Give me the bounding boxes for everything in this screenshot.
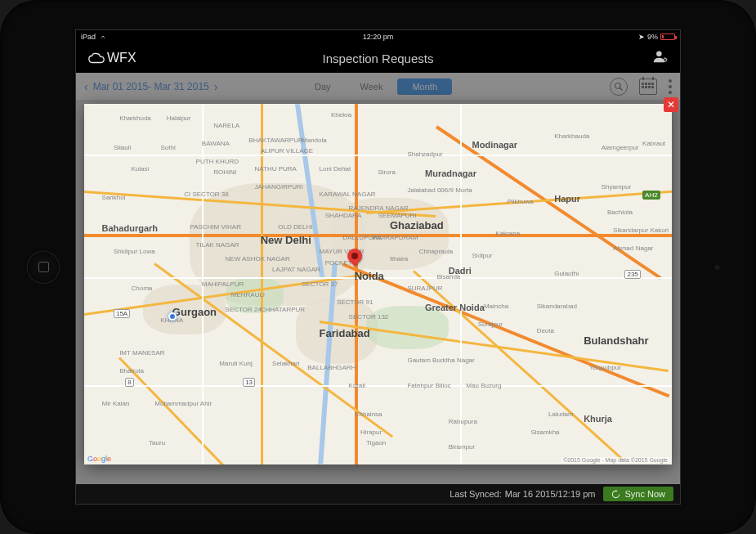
map-town-label: Tigaon (366, 439, 386, 446)
map-town-label: CI SECTOR 38 (184, 191, 229, 198)
refresh-icon (611, 490, 620, 499)
map-town-label: NARELA (213, 122, 239, 129)
map-town-label: Sisamkha (530, 429, 559, 436)
ipad-home-button[interactable] (28, 252, 59, 283)
map-town-label: SURAJPUR (407, 285, 442, 292)
map-town-label: BHAKTAWARPUR (248, 137, 302, 144)
last-synced-value: Mar 16 2015/12:19 pm (505, 489, 596, 499)
map-town-label: Selakhari (272, 360, 299, 367)
map-town-label: BALLABHGARH (307, 364, 356, 371)
map-city-label: Faridabad (320, 327, 370, 339)
map-town-label: Choma (132, 285, 153, 292)
map-town-label: Bachlota (607, 209, 633, 216)
cloud-icon (87, 52, 105, 65)
map-city-label: New Delhi (261, 234, 311, 246)
screen: iPad 12:20 pm ➤ 9% WFX Inspection Reques… (75, 29, 681, 505)
map-town-label: Kharkhoda (119, 114, 151, 122)
map-town-label: Shyampur (602, 183, 631, 191)
ipad-frame: iPad 12:20 pm ➤ 9% WFX Inspection Reques… (0, 0, 756, 534)
map-town-label: Kulasi (132, 165, 150, 173)
map-town-label: Mohammadpur Ahir (154, 400, 212, 407)
map-town-label: NEW ASHOK NAGAR (226, 255, 290, 263)
map-town-label: Yaqoobpur (589, 364, 621, 371)
map-town-label: Kakrana (495, 230, 520, 237)
map-town-label: Kharkhauda (554, 132, 589, 140)
map-town-label: CHHATARPUR (261, 306, 305, 313)
map-town-label: SECTOR 37 (302, 280, 338, 288)
map-town-label: Tauru (149, 439, 165, 446)
map-town-label: Bisahda (436, 273, 460, 280)
map-town-label: Gulaothi (554, 270, 579, 277)
map-canvas[interactable]: New DelhiGhaziabadNoidaFaridabadGurgaonB… (84, 104, 672, 464)
map-town-label: Sirora (378, 168, 396, 176)
user-settings-button[interactable] (652, 49, 669, 67)
map-town-label: Fatehpur Billoc (407, 382, 450, 389)
map-city-label: Hapur (554, 194, 580, 204)
map-town-label: NATHU PURA (255, 165, 297, 173)
sync-now-button[interactable]: Sync Now (603, 487, 673, 501)
app-footer: Last Synced: Mar 16 2015/12:19 pm Sync N… (76, 484, 680, 504)
map-town-label: Mandola (302, 137, 327, 144)
map-city-label: Muradnagar (425, 168, 476, 178)
map-town-label: Alamgeerpur (602, 144, 639, 151)
map-town-label: INDIRAPURAM (372, 234, 418, 241)
map-town-label: Maincha (484, 303, 508, 310)
route-shield: 8 (125, 378, 133, 387)
current-location-dot (168, 312, 177, 321)
map-town-label: SECTOR 24 (226, 306, 262, 313)
status-time: 12:20 pm (363, 33, 394, 41)
ios-status-bar: iPad 12:20 pm ➤ 9% (76, 30, 680, 43)
map-town-label: SECTOR 91 (337, 298, 373, 306)
map-town-label: PUTH KHURD (196, 158, 239, 165)
map-town-label: Deota (537, 327, 554, 334)
map-town-label: Halalpur (167, 114, 191, 122)
app-header: WFX Inspection Requests (76, 43, 680, 73)
svg-point-0 (656, 51, 662, 56)
map-town-label: IMT MANESAR (119, 349, 164, 357)
map-city-label: Ghaziabad (390, 219, 444, 231)
map-town-label: KARAWAL NAGAR (320, 191, 376, 198)
sync-now-label: Sync Now (624, 489, 665, 499)
battery-percent: 9% (647, 33, 658, 41)
map-town-label: Hirapur (360, 429, 382, 436)
close-button[interactable]: ✕ (664, 97, 678, 112)
route-shield: 15A (114, 309, 130, 318)
map-town-label: SEEMAPURI (378, 212, 417, 219)
map-town-label: TILAK NAGAR (196, 241, 239, 249)
location-icon: ➤ (638, 33, 645, 41)
map-town-label: Maruti Kunj (219, 360, 252, 367)
map-modal: ✕ (84, 104, 672, 464)
map-town-label: Pilkhuwa (508, 198, 534, 205)
map-attribution: ©2015 Google - Map data ©2015 Google (561, 457, 669, 463)
map-city-label: Greater Noida (425, 303, 485, 312)
map-town-label: Khekra (331, 111, 351, 119)
map-pin-icon[interactable] (347, 249, 362, 270)
route-shield: AH2 (642, 191, 660, 200)
ipad-camera (714, 264, 720, 270)
map-town-label: Kabraut (642, 140, 665, 147)
wifi-icon (99, 34, 107, 40)
map-town-label: Mau Buzurg (466, 382, 501, 389)
map-town-label: Birampur (449, 443, 475, 451)
map-town-label: OLD DELHI (278, 223, 312, 231)
route-shield: 13 (243, 378, 255, 387)
map-town-label: Laludam (548, 411, 574, 418)
page-title: Inspection Requests (323, 52, 434, 65)
map-town-label: Ahmad Nagar (613, 245, 653, 252)
map-town-label: Jalalabad 006/9 Morta (407, 186, 472, 194)
last-synced-label: Last Synced: (450, 489, 502, 499)
map-town-label: Sikandarabad (537, 303, 577, 310)
google-logo: Google (87, 455, 111, 463)
map-city-label: Khurja (584, 414, 612, 424)
map-town-label: BAWANA (202, 140, 230, 147)
map-town-label: Mir Kalan (102, 400, 130, 407)
map-town-label: Sidipur (472, 252, 493, 259)
route-shield: 235 (624, 270, 640, 279)
brand-text: WFX (107, 51, 136, 65)
map-town-label: MEHRAULI (231, 291, 265, 298)
device-label: iPad (81, 33, 96, 41)
map-city-label: Modinagar (472, 140, 518, 150)
map-town-label: MAHIPALPUR (202, 280, 244, 288)
map-town-label: Gautam Buddha Nagar (407, 357, 474, 364)
map-town-label: Silauli (114, 144, 131, 151)
